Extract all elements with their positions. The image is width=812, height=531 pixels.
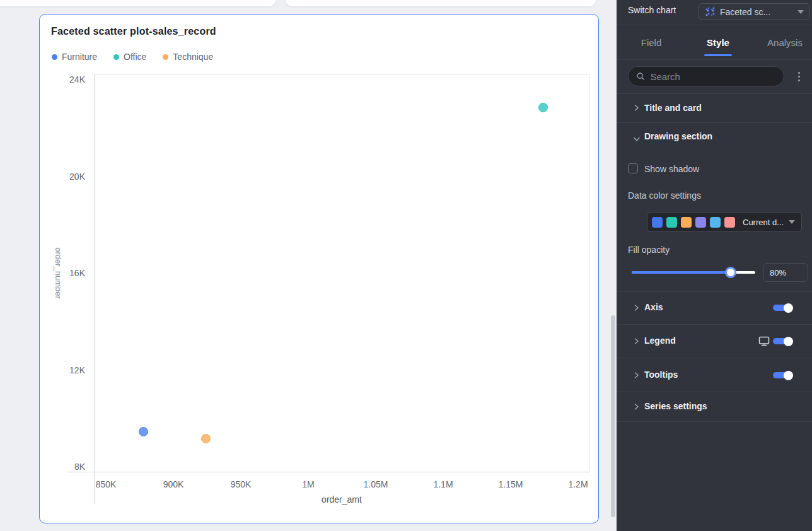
section-label: Legend <box>644 336 676 346</box>
scrollbar-thumb[interactable] <box>611 315 615 517</box>
fill-opacity-label: Fill opacity <box>628 245 670 255</box>
switch-chart-label: Switch chart <box>628 5 676 15</box>
data-point-office[interactable] <box>538 103 548 112</box>
search-box[interactable] <box>628 66 784 86</box>
chevron-right-icon <box>633 104 640 112</box>
section-drawing[interactable]: Drawing section <box>617 122 812 155</box>
section-title-and-card[interactable]: Title and card <box>617 93 812 122</box>
chevron-down-icon <box>798 10 804 14</box>
slider-fill <box>632 271 731 274</box>
color-swatch <box>695 217 706 228</box>
display-icon[interactable] <box>758 336 770 346</box>
x-tick-label: 900K <box>163 479 184 489</box>
palette-swatches <box>652 217 735 228</box>
legend-item-furniture[interactable]: Furniture <box>52 52 97 62</box>
chart-type-value: Faceted sc... <box>720 7 792 17</box>
x-tick-label: 1.15M <box>499 479 523 489</box>
y-tick-label: 8K <box>49 462 85 472</box>
section-label: Tooltips <box>644 370 678 380</box>
toggle-knob <box>784 371 793 380</box>
legend-item-technique[interactable]: Technique <box>163 52 213 62</box>
y-tick-label: 24K <box>49 74 85 85</box>
palette-dropdown[interactable]: Current d... <box>647 212 802 232</box>
color-swatch <box>724 217 735 228</box>
plot-area: order_amt order_number 850K900K950K1M1.0… <box>94 74 590 472</box>
color-swatch <box>710 217 721 228</box>
plot-border-top <box>94 74 590 75</box>
section-label: Drawing section <box>644 131 712 141</box>
chart-card[interactable]: Faceted scatter plot-sales_record Furnit… <box>39 14 599 523</box>
tooltips-toggle[interactable] <box>773 372 792 378</box>
section-label: Title and card <box>644 103 702 113</box>
color-swatch <box>666 217 677 228</box>
chevron-right-icon <box>633 304 640 312</box>
legend-label: Furniture <box>62 52 97 62</box>
toggle-knob <box>784 337 793 346</box>
more-options-icon[interactable] <box>796 69 802 83</box>
background-card-right <box>286 0 596 6</box>
show-shadow-checkbox[interactable] <box>628 163 638 173</box>
y-tick-label: 12K <box>49 365 85 375</box>
y-axis-line <box>94 74 95 504</box>
fill-opacity-value[interactable]: 80% <box>763 263 808 282</box>
section-series-settings[interactable]: Series settings <box>617 392 812 421</box>
section-label: Series settings <box>644 401 707 411</box>
x-tick-label: 1.1M <box>433 479 453 489</box>
tab-style[interactable]: Style <box>707 37 729 48</box>
chevron-down-icon <box>633 136 641 143</box>
axis-toggle[interactable] <box>773 305 792 311</box>
divider <box>617 25 812 25</box>
background-card-left <box>0 0 276 6</box>
chevron-right-icon <box>633 371 640 379</box>
search-input[interactable] <box>650 71 776 82</box>
x-axis-name: order_amt <box>322 494 362 505</box>
section-label: Axis <box>644 302 663 312</box>
legend-label: Office <box>124 52 146 62</box>
x-tick-label: 950K <box>231 479 252 489</box>
plot-border-right <box>589 74 590 472</box>
legend-dot <box>52 54 57 60</box>
show-shadow-label: Show shadow <box>644 164 699 174</box>
chevron-down-icon <box>789 220 795 224</box>
data-point-technique[interactable] <box>201 434 211 443</box>
x-tick-label: 1.05M <box>364 479 388 489</box>
search-icon <box>636 71 645 81</box>
x-axis-line <box>67 472 590 472</box>
chevron-right-icon <box>633 337 640 345</box>
chart-legend: FurnitureOfficeTechnique <box>52 52 213 62</box>
divider <box>617 421 812 422</box>
legend-label: Technique <box>173 52 213 62</box>
chart-type-dropdown[interactable]: Faceted sc... <box>699 3 810 20</box>
y-tick-label: 20K <box>49 172 85 182</box>
toggle-knob <box>784 303 793 313</box>
legend-dot <box>163 54 168 60</box>
chevron-right-icon <box>633 403 640 411</box>
fill-opacity-slider[interactable] <box>632 271 755 274</box>
legend-dot <box>113 54 119 60</box>
active-tab-indicator <box>704 54 732 56</box>
x-tick-label: 850K <box>96 479 117 489</box>
color-swatch <box>681 217 692 228</box>
color-swatch <box>652 217 663 228</box>
style-panel: Switch chart Faceted sc... Field Style A… <box>617 0 812 531</box>
x-tick-label: 1.2M <box>568 479 588 489</box>
data-point-furniture[interactable] <box>139 427 148 436</box>
slider-handle[interactable] <box>725 267 736 278</box>
data-color-settings-label: Data color settings <box>628 190 701 201</box>
tab-field[interactable]: Field <box>641 37 662 48</box>
x-tick-label: 1M <box>302 479 314 489</box>
legend-item-office[interactable]: Office <box>113 52 146 62</box>
tab-analysis[interactable]: Analysis <box>767 37 803 48</box>
faceted-scatter-icon <box>705 7 715 17</box>
y-tick-label: 16K <box>49 268 85 278</box>
palette-value: Current d... <box>743 218 789 227</box>
chart-title: Faceted scatter plot-sales_record <box>51 26 216 37</box>
divider <box>617 59 812 60</box>
legend-toggle[interactable] <box>773 338 792 344</box>
